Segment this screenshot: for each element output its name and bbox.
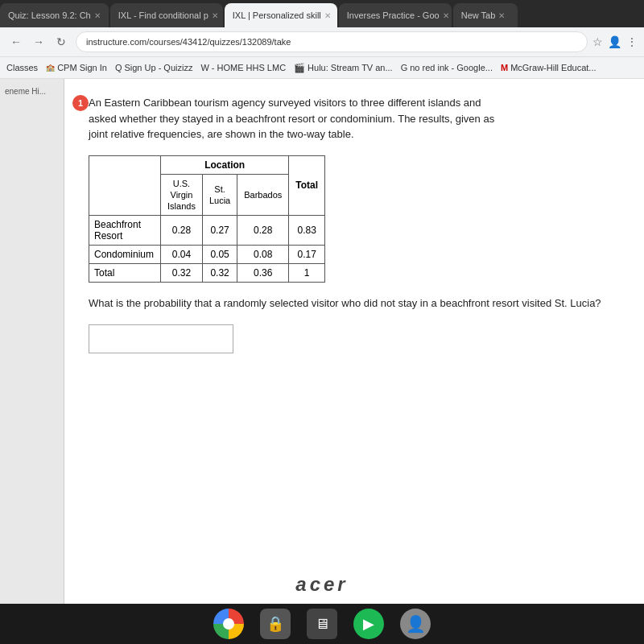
tab-5-close[interactable]: ✕ xyxy=(498,11,505,20)
star-icon[interactable]: ☆ xyxy=(592,35,603,48)
row-label-total: Total xyxy=(89,264,161,283)
nav-buttons: ← → ↻ xyxy=(6,32,71,52)
bookmark-mcgraw-label: McGraw-Hill Educat... xyxy=(510,63,596,72)
question-line3: joint relative frequencies, are shown in… xyxy=(89,128,354,140)
question-number-badge: 1 xyxy=(72,95,89,111)
tab-1[interactable]: Quiz: Lesson 9.2: Ch ✕ xyxy=(0,3,109,27)
bookmark-hulu[interactable]: 🎬 Hulu: Stream TV an... xyxy=(294,63,393,73)
profile-avatar[interactable]: 👤 xyxy=(400,609,431,639)
acer-text: acer xyxy=(295,573,348,595)
bookmark-nored-label: no red ink - Google... xyxy=(410,63,493,72)
beachfront-us: 0.28 xyxy=(161,216,203,246)
refresh-button[interactable]: ↻ xyxy=(52,32,71,52)
tab-1-label: Quiz: Lesson 9.2: Ch xyxy=(8,10,91,20)
beachfront-barbados: 0.28 xyxy=(237,216,289,246)
tab-3-close[interactable]: ✕ xyxy=(324,11,331,20)
question-line1: An Eastern Caribbean tourism agency surv… xyxy=(89,97,481,109)
sub-question-text: What is the probability that a randomly … xyxy=(89,295,620,312)
bookmark-home-icon: W xyxy=(200,63,208,72)
tab-bar: Quiz: Lesson 9.2: Ch ✕ IXL - Find condit… xyxy=(0,0,644,27)
tab-4-close[interactable]: ✕ xyxy=(443,11,449,20)
address-bar-row: ← → ↻ instructure.com/courses/43412/quiz… xyxy=(0,27,644,56)
col-header-3: Barbados xyxy=(237,174,289,216)
table-row-beachfront: BeachfrontResort 0.28 0.27 0.28 0.83 xyxy=(89,216,325,246)
total-stlucia: 0.32 xyxy=(202,264,237,283)
table-row-total: Total 0.32 0.32 0.36 1 xyxy=(89,264,325,283)
tab-4-label: Inverses Practice - Goo xyxy=(347,10,440,20)
bookmark-home[interactable]: W - HOME HHS LMC xyxy=(200,63,286,72)
total-header: Total xyxy=(289,155,325,216)
row-label-condo: Condominium xyxy=(89,246,161,264)
condo-barbados: 0.08 xyxy=(237,246,289,264)
bookmark-nored-icon: G xyxy=(401,63,408,72)
play-icon[interactable]: ▶ xyxy=(353,609,384,639)
forward-button[interactable]: → xyxy=(29,32,48,52)
bookmark-cpm-icon: 🏫 xyxy=(46,64,55,72)
main-area: 1 An Eastern Caribbean tourism agency su… xyxy=(64,79,644,604)
tab-2-close[interactable]: ✕ xyxy=(212,11,218,20)
tab-3[interactable]: IXL | Personalized skill ✕ xyxy=(225,3,337,27)
bookmark-classes[interactable]: Classes xyxy=(6,63,38,72)
acer-logo: acer xyxy=(295,573,348,596)
location-header: Location xyxy=(161,155,289,174)
question-paragraph: An Eastern Caribbean tourism agency surv… xyxy=(89,95,620,142)
total-all: 1 xyxy=(289,264,325,283)
tab-5[interactable]: New Tab ✕ xyxy=(453,3,518,27)
beachfront-total: 0.83 xyxy=(289,216,325,246)
col-header-2: St.Lucia xyxy=(202,174,237,216)
total-barbados: 0.36 xyxy=(237,264,289,283)
profile-icon[interactable]: 👤 xyxy=(608,35,621,48)
total-us: 0.32 xyxy=(161,264,203,283)
bookmark-classes-label: Classes xyxy=(6,63,38,72)
bookmarks-bar: Classes 🏫 CPM Sign In Q Sign Up - Quiziz… xyxy=(0,56,644,79)
page-content: eneme Hi... 1 An Eastern Caribbean touri… xyxy=(0,79,644,604)
tab-1-close[interactable]: ✕ xyxy=(94,11,101,20)
beachfront-stlucia: 0.27 xyxy=(202,216,237,246)
bookmark-home-label: - HOME HHS LMC xyxy=(212,63,286,72)
bookmark-quizizz-icon: Q xyxy=(115,63,122,72)
bookmark-quizizz-label: Sign Up - Quizizz xyxy=(124,63,192,72)
files-icon[interactable]: 🔒 xyxy=(260,609,291,639)
bookmark-mcgraw[interactable]: M McGraw-Hill Educat... xyxy=(501,63,597,72)
condo-stlucia: 0.05 xyxy=(202,246,237,264)
sidebar: eneme Hi... xyxy=(0,79,64,604)
tab-4[interactable]: Inverses Practice - Goo ✕ xyxy=(339,3,452,27)
taskbar: 🔒 🖥 ▶ 👤 xyxy=(0,604,644,644)
bookmark-nored[interactable]: G no red ink - Google... xyxy=(401,63,493,72)
monitor-icon[interactable]: 🖥 xyxy=(307,609,337,639)
sidebar-label: eneme Hi... xyxy=(5,87,59,96)
bookmark-hulu-label: Hulu: Stream TV an... xyxy=(308,63,393,72)
bookmark-mcgraw-icon: M xyxy=(501,63,508,72)
bookmark-quizizz[interactable]: Q Sign Up - Quizizz xyxy=(115,63,193,72)
address-box[interactable]: instructure.com/courses/43412/quizzes/13… xyxy=(76,31,588,52)
tab-2-label: IXL - Find conditional p xyxy=(118,10,208,20)
answer-input[interactable] xyxy=(89,324,233,353)
tab-3-label: IXL | Personalized skill xyxy=(233,10,321,20)
two-way-table: Location Total U.S.VirginIslands St.Luci… xyxy=(89,155,325,283)
chrome-icon[interactable] xyxy=(213,609,244,639)
question-line2: asked whether they stayed in a beachfron… xyxy=(89,113,494,125)
back-button[interactable]: ← xyxy=(6,32,26,52)
more-icon[interactable]: ⋮ xyxy=(626,35,638,48)
address-text: instructure.com/courses/43412/quizzes/13… xyxy=(86,37,291,47)
condo-total: 0.17 xyxy=(289,246,325,264)
browser-chrome: Quiz: Lesson 9.2: Ch ✕ IXL - Find condit… xyxy=(0,0,644,79)
toolbar-icons: ☆ 👤 ⋮ xyxy=(592,35,638,48)
row-label-beachfront: BeachfrontResort xyxy=(89,216,161,246)
bookmark-cpm-label: CPM Sign In xyxy=(57,63,107,72)
bookmark-hulu-icon: 🎬 xyxy=(294,63,305,73)
tab-5-label: New Tab xyxy=(461,10,496,20)
tab-2[interactable]: IXL - Find conditional p ✕ xyxy=(110,3,223,27)
table-row-condo: Condominium 0.04 0.05 0.08 0.17 xyxy=(89,246,325,264)
bookmark-cpm[interactable]: 🏫 CPM Sign In xyxy=(46,63,107,72)
col-header-1: U.S.VirginIslands xyxy=(161,174,203,216)
chrome-inner xyxy=(223,618,234,630)
table-wrapper: Location Total U.S.VirginIslands St.Luci… xyxy=(89,155,620,283)
condo-us: 0.04 xyxy=(161,246,203,264)
